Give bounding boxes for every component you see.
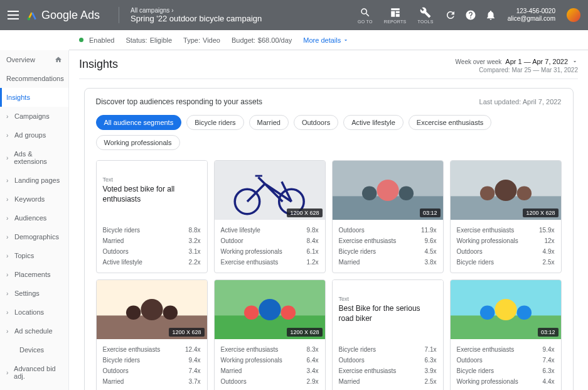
metric-row: Working professionals6.4x — [221, 355, 319, 366]
sidebar-item-audiences[interactable]: ›Audiences — [0, 209, 68, 227]
asset-thumbnail: 1200 X 628 — [451, 161, 561, 220]
asset-card[interactable]: 03:12Exercise enthusiasts9.4xOutdoors7.4… — [450, 279, 562, 390]
metric-value: 8.8x — [189, 227, 201, 234]
metric-name: Outdoors — [457, 248, 483, 255]
sidebar-item-landing-pages[interactable]: ›Landing pages — [0, 171, 68, 190]
asset-card[interactable]: TextBest Bike for the serious road biker… — [332, 279, 444, 390]
metric-value: 2.5x — [425, 378, 437, 385]
metric-value: 7.4x — [189, 367, 201, 374]
avatar[interactable] — [567, 8, 580, 22]
chip-active-lifestyle[interactable]: Active lifestyle — [343, 115, 404, 130]
account-email: alice@gmail.com — [508, 15, 555, 23]
metric-name: Married — [339, 259, 360, 266]
asset-card[interactable]: 1200 X 628Active lifestyle9.8xOutdoor8.4… — [214, 160, 326, 273]
sidebar-item-change-history[interactable]: Change history — [0, 386, 68, 390]
chip-all-audience-segments[interactable]: All audience segments — [96, 115, 182, 130]
metric-row: Working professionals4.4x — [457, 376, 555, 387]
svg-point-13 — [516, 186, 531, 200]
product-logo[interactable]: Google Ads — [26, 9, 100, 22]
metric-name: Exercise enthusiasts — [103, 346, 161, 353]
metric-name: Outdoors — [221, 378, 247, 385]
asset-metrics: Exercise enthusiasts12.4xBicycle riders9… — [97, 339, 207, 390]
metric-name: Working professionals — [457, 237, 518, 244]
breadcrumb-campaign[interactable]: Spring '22 outdoor bicycle campaign — [131, 14, 262, 23]
metric-name: Bicycle riders — [103, 227, 140, 234]
sidebar-item-placements[interactable]: ›Placements — [0, 265, 68, 284]
svg-point-0 — [28, 18, 31, 21]
sidebar-item-devices[interactable]: Devices — [0, 340, 68, 359]
chip-outdoors[interactable]: Outdoors — [294, 115, 338, 130]
sidebar-item-advanced-bid-adj-[interactable]: ›Advanced bid adj. — [0, 359, 68, 386]
more-details-link[interactable]: More details — [303, 36, 349, 44]
goto-tool[interactable]: GO TO — [358, 7, 373, 24]
sidebar-item-settings[interactable]: ›Settings — [0, 284, 68, 303]
sidebar-item-topics[interactable]: ›Topics — [0, 246, 68, 265]
asset-metrics: Outdoors11.9xExercise enthusiasts9.6xBic… — [333, 220, 443, 273]
sidebar-item-ads-extensions[interactable]: ›Ads & extensions — [0, 144, 68, 171]
metric-value: 12.4x — [185, 346, 200, 353]
hamburger-icon[interactable] — [8, 11, 19, 19]
expand-icon: › — [6, 215, 11, 222]
metric-row: Exercise enthusiasts1.2x — [221, 257, 319, 268]
chip-married[interactable]: Married — [249, 115, 289, 130]
metric-name: Outdoors — [339, 227, 365, 234]
tools-tool[interactable]: TOOLS — [418, 7, 434, 24]
expand-icon: › — [6, 328, 11, 335]
chevron-down-icon[interactable] — [572, 58, 578, 65]
metric-row: Exercise enthusiasts9.6x — [339, 236, 437, 246]
sidebar-item-keywords[interactable]: ›Keywords — [0, 190, 68, 209]
chip-bicycle-riders[interactable]: Bicycle riders — [186, 115, 243, 130]
date-compare: Compared: Mar 25 — Mar 31, 2022 — [456, 67, 578, 73]
metric-row: Exercise enthusiasts3.9x — [339, 366, 437, 376]
sidebar-item-insights[interactable]: Insights — [0, 88, 68, 107]
asset-type-label: Text — [103, 176, 114, 183]
chip-excercise-enthusiasts[interactable]: Excercise enthusiasts — [409, 115, 491, 130]
chip-working-professionals[interactable]: Working professionals — [96, 135, 180, 150]
breadcrumb-root[interactable]: All campaigns › — [131, 7, 262, 14]
sidebar-item-ad-schedule[interactable]: ›Ad schedule — [0, 322, 68, 340]
refresh-icon[interactable] — [445, 9, 456, 21]
asset-badge: 1200 X 628 — [169, 328, 204, 337]
metric-row: Bicycle riders9.4x — [103, 355, 201, 366]
account-info[interactable]: 123-456-0020 alice@gmail.com — [508, 8, 555, 23]
metric-value: 3.2x — [189, 237, 201, 244]
expand-icon: › — [6, 252, 11, 259]
date-range-picker[interactable]: Apr 1 — Apr 7, 2022 — [505, 58, 568, 65]
metric-row: Outdoors6.3x — [339, 355, 437, 366]
metric-name: Married — [103, 237, 124, 244]
asset-metrics: Bicycle riders7.1xOutdoors6.3xExercise e… — [333, 339, 443, 390]
insights-updated: Last updated: April 7, 2022 — [479, 98, 562, 106]
metric-value: 6.3x — [543, 367, 555, 374]
metric-value: 11.9x — [421, 227, 436, 234]
asset-metrics: Exercise enthusiasts8.3xWorking professi… — [215, 339, 325, 390]
help-icon[interactable] — [465, 9, 476, 21]
date-range-block: Week over week Apr 1 — Apr 7, 2022 Compa… — [456, 58, 578, 73]
sidebar-item-ad-groups[interactable]: ›Ad groups — [0, 126, 68, 144]
sidebar-item-demographics[interactable]: ›Demographics — [0, 227, 68, 246]
sidebar-item-locations[interactable]: ›Locations — [0, 303, 68, 322]
sidebar-item-recommendations[interactable]: Recommendations — [0, 69, 68, 88]
asset-metrics: Bicycle riders8.8xMarried3.2xOutdoors3.1… — [97, 220, 207, 273]
metric-value: 3.8x — [425, 259, 437, 266]
metric-name: Bicycle riders — [103, 357, 140, 364]
header-utility-icons — [445, 9, 496, 21]
metric-name: Married — [103, 378, 124, 385]
metric-value: 2.9x — [307, 378, 319, 385]
asset-card[interactable]: 1200 X 628Exercise enthusiasts8.3xWorkin… — [214, 279, 326, 390]
metric-row: Active lifestyle9.8x — [221, 225, 319, 236]
notifications-icon[interactable] — [485, 9, 496, 21]
asset-card[interactable]: TextVoted best bike for all enthusiastsB… — [96, 160, 208, 273]
metric-value: 3.1x — [189, 248, 201, 255]
asset-card[interactable]: 03:12Outdoors11.9xExercise enthusiasts9.… — [332, 160, 444, 273]
asset-thumbnail: 03:12 — [451, 280, 561, 339]
metric-value: 9.6x — [425, 237, 437, 244]
asset-card[interactable]: 1200 X 628Exercise enthusiasts15.9xWorki… — [450, 160, 562, 273]
sidebar-item-overview[interactable]: Overview — [0, 50, 68, 69]
reports-tool[interactable]: REPORTS — [384, 7, 407, 24]
svg-point-27 — [479, 305, 494, 320]
sidebar-item-campaigns[interactable]: ›Campaigns — [0, 107, 68, 126]
asset-card[interactable]: 1200 X 628Exercise enthusiasts12.4xBicyc… — [96, 279, 208, 390]
svg-point-16 — [141, 299, 163, 320]
home-icon — [55, 56, 62, 63]
asset-thumbnail: TextBest Bike for the serious road biker — [333, 280, 443, 339]
